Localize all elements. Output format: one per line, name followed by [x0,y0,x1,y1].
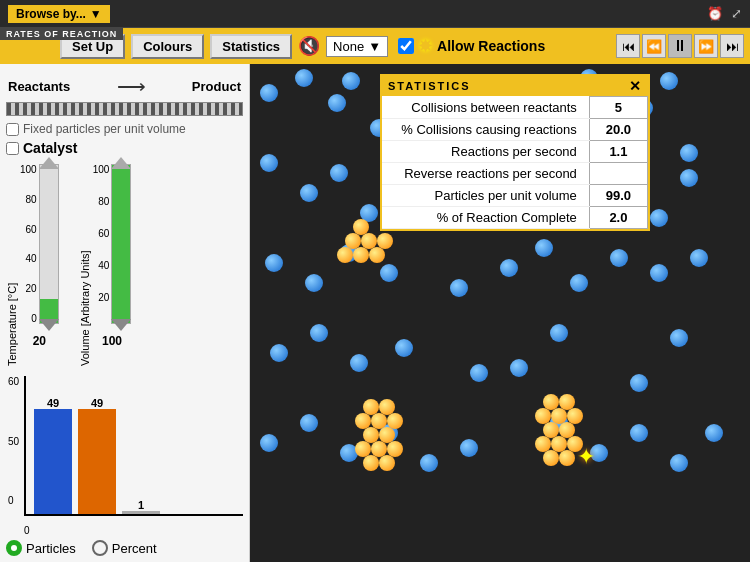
particle [470,364,488,382]
particle [630,374,648,392]
particle [328,94,346,112]
browse-label: Browse by... [16,7,86,21]
fixed-particles-checkbox[interactable] [6,123,19,136]
stats-value-4: 99.0 [589,185,647,207]
stats-close-button[interactable]: ✕ [629,78,642,94]
fixed-particles-label: Fixed particles per unit volume [23,122,186,136]
browse-button[interactable]: Browse by... ▼ [8,5,110,23]
temp-y-label: Temperature [°C] [6,164,18,366]
skip-fwd-button[interactable]: ⏭ [720,34,744,58]
temp-value: 20 [33,334,46,348]
stats-value-2: 1.1 [589,141,647,163]
collision-star: ✦ [577,444,595,470]
vol-slider-container: 100 80 60 40 20 [93,164,132,366]
stats-header: STATISTICS ✕ [382,76,648,96]
particle [650,209,668,227]
bar2-value: 49 [91,397,103,409]
particle [690,249,708,267]
product-label: Product [192,79,241,94]
percent-label: Percent [112,541,157,556]
stats-label-0: Collisions between reactants [382,97,589,119]
stats-row: % of Reaction Complete 2.0 [382,207,648,229]
particle [500,259,518,277]
particle [705,424,723,442]
none-dropdown[interactable]: None ▼ [326,36,388,57]
sound-button[interactable]: 🔇 [298,35,320,57]
colours-button[interactable]: Colours [131,34,204,59]
vol-slider-group: Volume [Arbitrary Units] 100 80 60 40 20 [79,164,132,366]
vol-thumb-top[interactable] [111,157,131,169]
particle [270,344,288,362]
expand-icon[interactable]: ⤢ [731,6,742,21]
vol-value: 100 [102,334,122,348]
particle [420,454,438,472]
playback-controls: ⏮ ⏪ ⏸ ⏩ ⏭ [616,34,744,58]
main-content: Reactants ⟶ Product Fixed particles per … [0,64,750,562]
statistics-button[interactable]: Statistics [210,34,292,59]
allow-reactions-label[interactable]: Allow Reactions [437,38,545,54]
stats-value-5: 2.0 [589,207,647,229]
stats-row: % Collisions causing reactions 20.0 [382,119,648,141]
vol-track[interactable] [111,164,131,324]
particle [350,354,368,372]
step-fwd-button[interactable]: ⏩ [694,34,718,58]
particle [380,264,398,282]
vol-fill [112,165,130,323]
stats-table: Collisions between reactants 5 % Collisi… [382,96,648,229]
particle [680,144,698,162]
y-label-50: 50 [8,436,19,447]
pause-button[interactable]: ⏸ [668,34,692,58]
arrow-right-icon: ⟶ [117,74,146,98]
particles-label: Particles [26,541,76,556]
particle [450,279,468,297]
y-axis-labels: 60 50 0 [8,376,19,506]
particle [630,424,648,442]
temp-track[interactable] [39,164,59,324]
stats-value-0: 5 [589,97,647,119]
sliders-area: Temperature [°C] 100 80 60 40 20 0 [6,164,243,366]
particle [610,249,628,267]
skip-back-button[interactable]: ⏮ [616,34,640,58]
particle [680,169,698,187]
x-axis-zero: 0 [24,525,30,536]
particle [260,84,278,102]
clock-icon: ⏰ [707,6,723,21]
particles-radio[interactable] [6,540,22,556]
bars-container: 49 49 1 [24,376,243,516]
catalyst-row: Catalyst [6,140,243,156]
temp-thumb-top[interactable] [39,157,59,169]
percent-radio-label[interactable]: Percent [92,540,157,556]
particle [670,454,688,472]
particle [265,254,283,272]
stats-row: Particles per unit volume 99.0 [382,185,648,207]
sunburst-icon: ✸ [418,35,433,57]
vol-scale: 100 80 60 40 20 [93,164,110,324]
particle [300,414,318,432]
percent-radio[interactable] [92,540,108,556]
statistics-panel: STATISTICS ✕ Collisions between reactant… [380,74,650,231]
step-back-button[interactable]: ⏪ [642,34,666,58]
stats-value-1: 20.0 [589,119,647,141]
stats-label-5: % of Reaction Complete [382,207,589,229]
progress-bar [6,102,243,116]
allow-reactions-checkbox[interactable] [398,38,414,54]
simulation-area: ✦ STATISTICS ✕ Collisions between reacta… [250,64,750,562]
y-label-0: 0 [8,495,19,506]
particle [300,184,318,202]
particle [395,339,413,357]
y-label-60: 60 [8,376,19,387]
particle [570,274,588,292]
catalyst-checkbox[interactable] [6,142,19,155]
particle [460,439,478,457]
chevron-down-icon: ▼ [368,39,381,54]
temp-thumb-bot[interactable] [39,319,59,331]
bar3 [122,511,160,514]
left-panel: Reactants ⟶ Product Fixed particles per … [0,64,250,562]
particle [510,359,528,377]
catalyst-label: Catalyst [23,140,77,156]
stats-title: STATISTICS [388,80,471,92]
particles-radio-label[interactable]: Particles [6,540,76,556]
vol-thumb-bot[interactable] [111,319,131,331]
particle [670,329,688,347]
particle [535,239,553,257]
